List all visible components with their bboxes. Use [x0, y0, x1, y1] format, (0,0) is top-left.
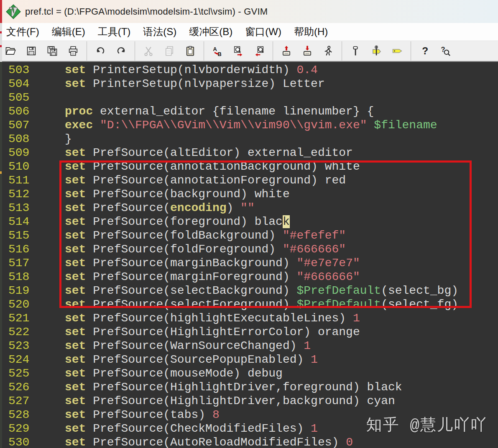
code-line[interactable]: 527set PrefSource(HighlightDriver,backgr… — [0, 394, 498, 408]
code-line[interactable]: 518set PrefSource(marginForeground) "#66… — [0, 270, 498, 284]
save-icon — [26, 45, 37, 57]
menu-item-0[interactable]: 文件(F) — [0, 23, 46, 41]
editor[interactable]: 503set PrinterSetup(nlvborderwidth) 0.45… — [0, 62, 498, 448]
code-line[interactable]: 525set PrefSource(mouseMode) debug — [0, 367, 498, 380]
background-window-sliver-top — [0, 0, 2, 23]
menu-item-2[interactable]: 工具(T) — [92, 23, 137, 41]
code-line[interactable]: 505 — [0, 91, 498, 104]
text-cursor: k — [283, 215, 290, 228]
load-session-button[interactable] — [279, 43, 294, 59]
code-line[interactable]: 503set PrinterSetup(nlvborderwidth) 0.4 — [0, 63, 498, 77]
save-all-icon — [46, 45, 58, 57]
copy-icon — [163, 45, 175, 57]
cut-icon — [143, 45, 154, 57]
code-line[interactable]: 521set PrefSource(highlightExecutableLin… — [0, 311, 498, 325]
menu-item-3[interactable]: 语法(S) — [137, 23, 183, 41]
background-window-sliver-bottom — [0, 62, 2, 448]
redo-icon — [115, 45, 127, 57]
redo-button[interactable] — [114, 43, 128, 59]
code-line[interactable]: 510set PrefSource(annotationBackground) … — [0, 160, 498, 173]
line-number: 512 — [8, 187, 65, 201]
vim-logo-icon — [6, 4, 21, 19]
code-line[interactable]: 508} — [0, 132, 498, 146]
replace-button[interactable]: AB — [210, 43, 225, 59]
line-number: 526 — [8, 380, 65, 394]
line-number: 506 — [8, 104, 65, 118]
code-line[interactable]: 522set PrefSource(HighlightErrorColor) o… — [0, 325, 498, 339]
code-line[interactable]: 523set PrefSource(WarnSourceChanged) 1 — [0, 339, 498, 353]
watermark: 知乎 @慧儿吖吖 — [366, 419, 487, 433]
find-prev-icon — [253, 45, 265, 57]
make-button[interactable] — [348, 43, 363, 59]
line-number: 510 — [8, 160, 65, 173]
help-button[interactable]: ? — [417, 43, 432, 59]
copy-button[interactable] — [162, 43, 176, 59]
run-ctags-button[interactable] — [369, 43, 383, 59]
code-line[interactable]: 507exec "D:\\FPGA\\GVim\\Vim\\vim90\\gvi… — [0, 118, 498, 132]
code-lines: 503set PrinterSetup(nlvborderwidth) 0.45… — [0, 63, 498, 448]
code-line[interactable]: 517set PrefSource(marginBackground) "#e7… — [0, 256, 498, 270]
sliver-speck — [0, 171, 2, 174]
code-line[interactable]: 514set PrefSource(foreground) black — [0, 215, 498, 229]
tag-jump-button[interactable] — [390, 43, 404, 59]
find-next-button[interactable] — [231, 43, 245, 59]
sliver-speck — [0, 45, 2, 47]
toolbar-separator — [87, 41, 87, 61]
sliver-speck — [0, 31, 2, 33]
paste-button[interactable] — [183, 43, 197, 59]
code-line[interactable]: 513set PrefSource(encoding) "" — [0, 201, 498, 215]
line-number: 530 — [8, 435, 65, 448]
save-all-button[interactable] — [45, 43, 59, 59]
make-icon — [350, 45, 361, 57]
line-number: 518 — [8, 270, 65, 284]
menu-item-5[interactable]: 窗口(W) — [239, 23, 288, 41]
line-number: 521 — [8, 311, 65, 325]
line-number: 522 — [8, 325, 65, 339]
line-number: 529 — [8, 422, 65, 435]
code-line[interactable]: 524set PrefSource(SourcePopupEnabled) 1 — [0, 353, 498, 367]
line-number: 517 — [8, 256, 65, 270]
paste-icon — [184, 45, 196, 57]
line-number: 511 — [8, 173, 65, 187]
line-number: 509 — [8, 146, 65, 160]
svg-text:?: ? — [422, 45, 428, 56]
line-number: 520 — [8, 298, 65, 311]
line-number: 528 — [8, 408, 65, 422]
window-title: pref.tcl = (D:\FPGA\modelsim\modelsim-1\… — [25, 6, 268, 17]
code-line[interactable]: 515set PrefSource(foldBackground) "#efef… — [0, 229, 498, 242]
background-window-sliver-mid — [0, 23, 2, 62]
open-icon — [5, 45, 16, 57]
menu-item-4[interactable]: 缓冲区(B) — [183, 23, 239, 41]
line-number: 527 — [8, 394, 65, 408]
line-number: 504 — [8, 77, 65, 91]
save-session-button[interactable] — [300, 43, 314, 59]
find-next-icon — [232, 45, 244, 57]
menu-item-6[interactable]: 帮助(H) — [288, 23, 334, 41]
find-help-icon: ? — [439, 45, 451, 57]
code-line[interactable]: 526set PrefSource(HighlightDriver,foregr… — [0, 380, 498, 394]
code-line[interactable]: 506proc external_editor {filename linenu… — [0, 104, 498, 118]
menu-bar: 文件(F)编辑(E)工具(T)语法(S)缓冲区(B)窗口(W)帮助(H) — [0, 23, 498, 41]
undo-button[interactable] — [93, 43, 107, 59]
title-bar[interactable]: pref.tcl = (D:\FPGA\modelsim\modelsim-1\… — [0, 0, 498, 23]
print-button[interactable] — [66, 43, 80, 59]
code-line[interactable]: 504set PrinterSetup(nlvpapersize) Letter — [0, 77, 498, 91]
find-help-button[interactable]: ? — [438, 43, 452, 59]
find-prev-button[interactable] — [252, 43, 266, 59]
code-line[interactable]: 520set PrefSource(selectForeground) $Pre… — [0, 298, 498, 311]
code-line[interactable]: 511set PrefSource(annotationForeground) … — [0, 173, 498, 187]
run-script-button[interactable] — [321, 43, 335, 59]
cut-button[interactable] — [141, 43, 156, 59]
line-number: 516 — [8, 242, 65, 256]
svg-text:A: A — [213, 46, 217, 52]
line-number: 513 — [8, 201, 65, 215]
replace-icon: AB — [212, 45, 223, 57]
save-button[interactable] — [24, 43, 38, 59]
code-line[interactable]: 512set PrefSource(background) white — [0, 187, 498, 201]
code-line[interactable]: 516set PrefSource(foldForeground) "#6666… — [0, 242, 498, 256]
menu-item-1[interactable]: 编辑(E) — [46, 23, 92, 41]
open-button[interactable] — [3, 43, 18, 59]
code-line[interactable]: 509set PrefSource(altEditor) external_ed… — [0, 146, 498, 160]
code-line[interactable]: 519set PrefSource(selectBackground) $Pre… — [0, 284, 498, 298]
code-line[interactable]: 530set PrefSource(AutoReloadModifiedFile… — [0, 435, 498, 448]
